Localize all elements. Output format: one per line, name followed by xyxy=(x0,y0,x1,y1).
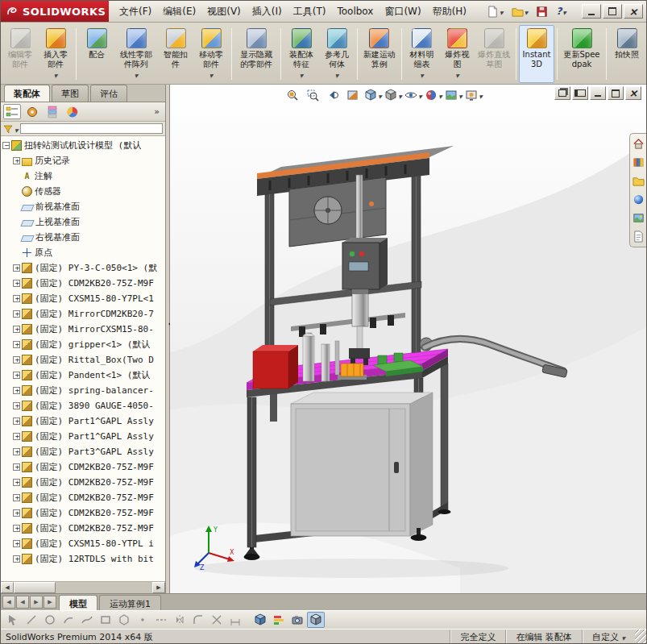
filter-input[interactable] xyxy=(20,123,163,134)
assembly-model[interactable] xyxy=(170,85,646,593)
help-button[interactable] xyxy=(553,3,570,19)
ribbon-button-mate[interactable]: 配合 xyxy=(79,25,114,83)
point-tool-button[interactable] xyxy=(134,612,151,628)
circle-tool-button[interactable] xyxy=(41,612,59,628)
cascade-windows-button[interactable] xyxy=(554,86,570,100)
menu-window[interactable]: 窗口(W) xyxy=(379,2,426,22)
tree-item-component[interactable]: (固定) MirrorCDM2KB20-7 xyxy=(2,306,165,322)
edit-appearance-button[interactable] xyxy=(424,86,443,103)
expander-plus-icon[interactable] xyxy=(13,295,20,302)
tree-item-component[interactable]: (固定) Pandent<1> (默认 xyxy=(2,368,165,383)
ribbon-button-instant3d[interactable]: Instant3D xyxy=(519,25,554,83)
fillet-tool-button[interactable] xyxy=(189,612,207,628)
ribbon-button-linear-pattern[interactable]: 线性零部件阵列 xyxy=(114,25,158,83)
doc-close-button[interactable] xyxy=(625,86,641,100)
tree-item-sensors[interactable]: 传感器 xyxy=(2,184,165,199)
expander-plus-icon[interactable] xyxy=(13,356,20,364)
custom-status-selector[interactable]: 自定义 xyxy=(582,629,635,644)
display-style-button[interactable] xyxy=(384,86,403,103)
tab-motion-study-1[interactable]: 运动算例1 xyxy=(99,595,161,610)
tree-item-component[interactable]: (固定) Part1^GAPL Assly xyxy=(2,413,165,429)
tree-item-root[interactable]: 扭转站测试机设计模型 (默认 xyxy=(2,138,165,153)
maximize-button[interactable] xyxy=(603,4,622,19)
ribbon-button-take-snapshot[interactable]: 拍快照 xyxy=(609,25,645,83)
menu-file[interactable]: 文件(F) xyxy=(114,2,157,22)
scrollbar-thumb[interactable] xyxy=(14,582,56,593)
next-tab-arrow-icon[interactable] xyxy=(30,596,43,609)
ribbon-button-explode-line-sketch[interactable]: 爆炸直线草图 xyxy=(475,25,514,83)
expander-plus-icon[interactable] xyxy=(13,540,20,547)
propertymanager-tab[interactable] xyxy=(23,104,41,119)
tree-item-component[interactable]: (固定) gripper<1> (默认 xyxy=(2,337,165,352)
ribbon-button-insert-components[interactable]: 插入零部件 xyxy=(38,25,73,83)
scroll-right-arrow-icon[interactable] xyxy=(152,582,165,593)
expander-plus-icon[interactable] xyxy=(13,509,20,517)
previous-tab-arrow-icon[interactable] xyxy=(16,596,29,609)
expander-plus-icon[interactable] xyxy=(13,463,20,471)
tile-windows-button[interactable] xyxy=(572,86,588,100)
tree-item-history[interactable]: 历史记录 xyxy=(2,153,165,168)
ribbon-button-edit-component[interactable]: 编辑零部件 xyxy=(2,25,38,83)
tree-item-component[interactable]: (固定) CDM2KB20-75Z-M9F xyxy=(2,521,165,536)
expander-plus-icon[interactable] xyxy=(13,525,20,532)
expander-plus-icon[interactable] xyxy=(13,326,20,333)
ribbon-button-assembly-features[interactable]: 装配体特征 xyxy=(284,25,319,83)
expander-plus-icon[interactable] xyxy=(13,418,20,425)
expander-plus-icon[interactable] xyxy=(13,387,20,394)
task-pane-home-tab[interactable] xyxy=(631,136,645,152)
snapshot-camera-button[interactable] xyxy=(288,612,306,628)
tab-model[interactable]: 模型 xyxy=(59,595,97,610)
view-orientation-button[interactable] xyxy=(363,86,383,103)
tree-item-annotations[interactable]: 注解 xyxy=(2,168,165,184)
scenes-tab[interactable] xyxy=(631,210,645,226)
tree-item-component[interactable]: (固定) 3890 GAUGE-4050- xyxy=(2,398,165,413)
scrollbar-track[interactable] xyxy=(56,582,152,593)
arc-tool-button[interactable] xyxy=(60,612,77,628)
expander-plus-icon[interactable] xyxy=(13,555,20,563)
tab-assembly[interactable]: 装配体 xyxy=(4,85,50,102)
ribbon-button-exploded-view[interactable]: 爆炸视图 xyxy=(440,25,475,83)
trim-tool-button[interactable] xyxy=(208,612,226,628)
doc-restore-button[interactable] xyxy=(608,86,624,100)
expander-plus-icon[interactable] xyxy=(13,341,20,348)
rectangle-tool-button[interactable] xyxy=(97,612,114,628)
line-tool-button[interactable] xyxy=(23,612,40,628)
tree-item-component[interactable]: (固定) MirrorCXSM15-80- xyxy=(2,322,165,337)
close-button[interactable] xyxy=(624,4,643,19)
tree-item-component[interactable]: (固定) Rittal_Box(Two D xyxy=(2,352,165,368)
view-settings-button[interactable] xyxy=(464,86,483,103)
expander-plus-icon[interactable] xyxy=(13,372,20,379)
tree-item-origin[interactable]: 原点 xyxy=(2,245,165,260)
first-tab-arrow-icon[interactable] xyxy=(2,596,15,609)
tree-item-component[interactable]: (固定) CDM2KB20-75Z-M9F xyxy=(2,475,165,490)
new-document-button[interactable] xyxy=(483,3,507,20)
panel-expand-chevron-icon[interactable] xyxy=(154,106,163,117)
tree-item-front-plane[interactable]: 前视基准面 xyxy=(2,199,165,214)
expander-minus-icon[interactable] xyxy=(2,142,10,149)
tree-item-component[interactable]: (固定) CDM2KB20-75Z-M9F xyxy=(2,276,165,291)
expander-plus-icon[interactable] xyxy=(13,310,20,318)
open-document-button[interactable] xyxy=(508,3,532,20)
configurationmanager-tab[interactable] xyxy=(44,104,61,119)
tree-item-component[interactable]: (固定) spring-balancer- xyxy=(2,383,165,398)
zoom-fit-button[interactable] xyxy=(283,86,302,103)
save-document-button[interactable] xyxy=(533,3,551,20)
tree-item-component[interactable]: (固定) Part1^GAPL Assly xyxy=(2,429,165,444)
featuremanager-tab[interactable] xyxy=(3,104,21,119)
polygon-tool-button[interactable] xyxy=(115,612,133,628)
tab-evaluate[interactable]: 评估 xyxy=(90,85,127,102)
resize-grip[interactable] xyxy=(635,629,646,644)
smart-dimension-button[interactable] xyxy=(226,612,244,628)
menu-help[interactable]: 帮助(H) xyxy=(427,2,472,22)
minimize-button[interactable] xyxy=(582,4,601,19)
ribbon-button-reference-geometry[interactable]: 参考几何体 xyxy=(319,25,355,83)
expander-plus-icon[interactable] xyxy=(13,264,20,272)
menu-edit[interactable]: 编辑(E) xyxy=(157,2,201,22)
section-view-button[interactable] xyxy=(343,86,363,103)
zoom-area-button[interactable] xyxy=(303,86,322,103)
select-tool-button[interactable] xyxy=(4,612,22,628)
expander-plus-icon[interactable] xyxy=(13,494,20,501)
dropdown-arrow-icon[interactable] xyxy=(15,123,19,135)
expander-plus-icon[interactable] xyxy=(13,433,20,440)
ribbon-button-update-speedpak[interactable]: 更新Speedpak xyxy=(560,25,603,83)
